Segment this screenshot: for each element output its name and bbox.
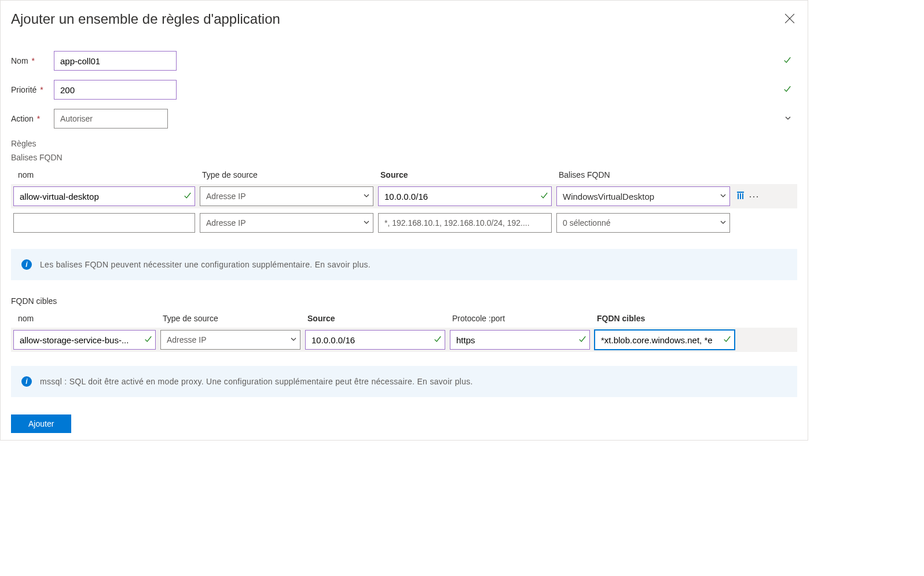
- add-button[interactable]: Ajouter: [11, 414, 71, 433]
- check-icon: [783, 85, 791, 95]
- col-protocol: Protocole :port: [452, 314, 597, 323]
- trow-source-input[interactable]: [305, 330, 445, 350]
- col-source-type: Type de source: [163, 314, 307, 323]
- tags-grid: nom Type de source Source Balises FQDN A…: [11, 170, 797, 235]
- tags-row-1: Adresse IP 0 sélectionné: [11, 208, 797, 235]
- col-source-type: Type de source: [202, 170, 380, 179]
- targets-row-0: Adresse IP: [11, 328, 797, 352]
- col-source: Source: [380, 170, 559, 179]
- col-tags: Balises FQDN: [559, 170, 737, 179]
- row0-name-input[interactable]: [13, 186, 195, 206]
- row1-tags-select[interactable]: 0 sélectionné: [556, 213, 730, 233]
- fqdn-tags-label: Balises FQDN: [11, 153, 797, 162]
- dialog-footer: Ajouter: [11, 414, 797, 433]
- dialog-header: Ajouter un ensemble de règles d'applicat…: [11, 11, 797, 28]
- svg-rect-4: [742, 193, 743, 199]
- svg-rect-5: [737, 192, 744, 193]
- col-name: nom: [18, 170, 202, 179]
- info-bar-mssql: i mssql : SQL doit être activé en mode p…: [11, 366, 797, 397]
- close-icon: [784, 13, 795, 24]
- delete-button[interactable]: [736, 191, 745, 202]
- row1-source-type-select[interactable]: Adresse IP: [200, 213, 373, 233]
- svg-rect-2: [738, 193, 739, 199]
- dialog-panel: Ajouter un ensemble de règles d'applicat…: [0, 0, 808, 441]
- info-text: mssql : SQL doit être activé en mode pro…: [40, 377, 473, 386]
- priority-label: Priorité *: [11, 85, 54, 94]
- col-source: Source: [307, 314, 452, 323]
- row0-source-input[interactable]: [378, 186, 552, 206]
- fqdn-targets-label: FQDN cibles: [11, 296, 797, 306]
- trow-fqdn-input[interactable]: [595, 330, 735, 350]
- svg-rect-3: [740, 193, 741, 199]
- row1-name-input[interactable]: [13, 213, 195, 233]
- tags-row-0: Adresse IP WindowsVirtualDesktop ⋯: [11, 184, 797, 208]
- info-icon: i: [21, 259, 32, 270]
- trow-protocol-input[interactable]: [450, 330, 590, 350]
- col-fqdn: FQDN cibles: [597, 314, 742, 323]
- row0-source-type-select[interactable]: Adresse IP: [200, 186, 373, 206]
- dialog-title: Ajouter un ensemble de règles d'applicat…: [11, 11, 280, 27]
- trow-source-type-select[interactable]: Adresse IP: [160, 330, 300, 350]
- action-row: Action *: [11, 109, 797, 129]
- action-label: Action *: [11, 114, 54, 123]
- row1-source-input[interactable]: [378, 213, 552, 233]
- info-icon: i: [21, 376, 32, 387]
- name-input[interactable]: [54, 51, 177, 71]
- trash-icon: [736, 191, 745, 200]
- name-row: Nom *: [11, 51, 797, 71]
- info-text: Les balises FQDN peuvent nécessiter une …: [40, 260, 371, 269]
- targets-grid: nom Type de source Source Protocole :por…: [11, 314, 797, 352]
- name-label: Nom *: [11, 56, 54, 65]
- row0-actions: ⋯: [732, 190, 763, 203]
- tags-grid-header: nom Type de source Source Balises FQDN: [11, 170, 797, 184]
- more-button[interactable]: ⋯: [749, 190, 760, 203]
- action-select[interactable]: [54, 109, 168, 129]
- priority-input[interactable]: [54, 80, 177, 100]
- col-name: nom: [18, 314, 163, 323]
- trow-name-input[interactable]: [13, 330, 156, 350]
- row0-tags-select[interactable]: WindowsVirtualDesktop: [556, 186, 730, 206]
- chevron-down-icon: [784, 114, 791, 123]
- info-bar-fqdn-tags: i Les balises FQDN peuvent nécessiter un…: [11, 249, 797, 280]
- rules-section-label: Règles: [11, 139, 797, 148]
- check-icon: [783, 56, 791, 66]
- priority-row: Priorité *: [11, 80, 797, 100]
- targets-grid-header: nom Type de source Source Protocole :por…: [11, 314, 797, 328]
- close-button[interactable]: [782, 11, 797, 28]
